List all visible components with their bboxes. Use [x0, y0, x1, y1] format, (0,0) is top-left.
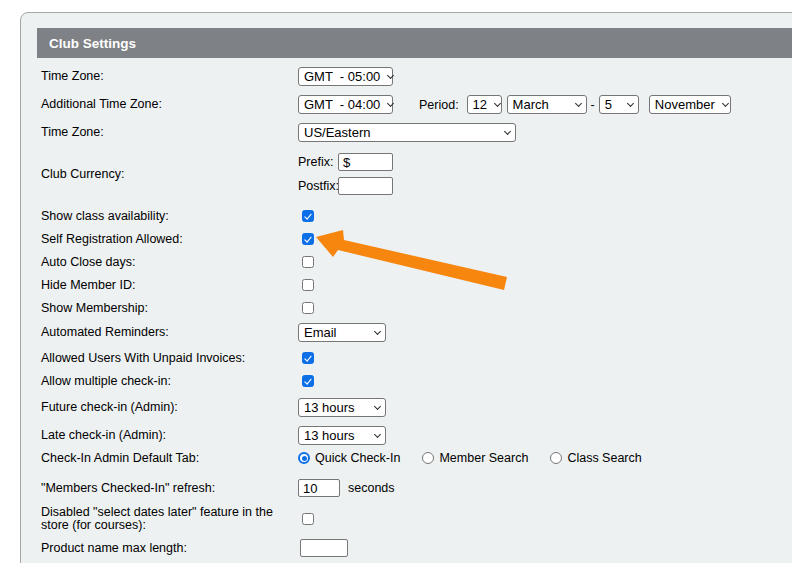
allowed-users-unpaid-checkbox[interactable]: [302, 352, 314, 364]
show-class-availability-label: Show class availability:: [41, 210, 298, 223]
row-time-zone: Time Zone: GMT - 05:00: [41, 67, 393, 86]
self-registration-allowed-label: Self Registration Allowed:: [41, 233, 298, 246]
chevron-down-icon: [374, 402, 381, 409]
row-late-check-in: Late check-in (Admin): 13 hours: [41, 426, 386, 445]
late-check-in-label: Late check-in (Admin):: [41, 429, 298, 442]
time-zone-name-label: Time Zone:: [41, 126, 298, 139]
refresh-seconds-suffix: seconds: [348, 481, 395, 495]
chevron-down-icon: [387, 99, 394, 106]
allow-multiple-check-in-label: Allow multiple check-in:: [41, 375, 298, 388]
radio-icon[interactable]: [422, 452, 434, 464]
chevron-down-icon: [722, 99, 729, 106]
additional-time-zone-label: Additional Time Zone:: [41, 98, 298, 111]
row-allow-multiple-check-in: Allow multiple check-in:: [41, 373, 314, 389]
period-start-month-select[interactable]: March: [507, 95, 587, 114]
period-end-month-select[interactable]: November: [649, 95, 731, 114]
radio-icon[interactable]: [298, 452, 310, 464]
row-show-membership: Show Membership:: [41, 300, 314, 316]
hide-member-id-label: Hide Member ID:: [41, 279, 298, 292]
period-separator: -: [591, 98, 595, 112]
check-icon: [304, 353, 311, 361]
radio-option-class-search[interactable]: Class Search: [550, 451, 641, 465]
auto-close-days-label: Auto Close days:: [41, 256, 298, 269]
club-currency-label: Club Currency:: [41, 168, 298, 181]
period-label: Period:: [419, 98, 459, 112]
auto-close-days-checkbox[interactable]: [302, 256, 314, 268]
chevron-down-icon: [575, 99, 582, 106]
additional-time-zone-select[interactable]: GMT - 04:00: [298, 95, 393, 114]
currency-prefix-input[interactable]: [338, 153, 393, 171]
row-future-check-in: Future check-in (Admin): 13 hours: [41, 398, 386, 417]
self-registration-allowed-checkbox[interactable]: [302, 233, 314, 245]
chevron-down-icon: [387, 71, 394, 78]
row-check-in-admin-default-tab: Check-In Admin Default Tab: Quick Check-…: [41, 450, 664, 466]
allowed-users-unpaid-label: Allowed Users With Unpaid Invoices:: [41, 352, 298, 365]
future-check-in-select[interactable]: 13 hours: [298, 398, 386, 417]
automated-reminders-label: Automated Reminders:: [41, 326, 298, 339]
row-time-zone-name: Time Zone: US/Eastern: [41, 123, 516, 142]
radio-option-member-search[interactable]: Member Search: [422, 451, 528, 465]
radio-option-quick-check-in[interactable]: Quick Check-In: [298, 451, 400, 465]
chevron-down-icon: [494, 99, 501, 106]
period-start-day-select[interactable]: 12: [467, 95, 502, 114]
row-club-currency: Club Currency: Prefix: Postfix:: [41, 153, 393, 195]
row-self-registration-allowed: Self Registration Allowed:: [41, 231, 314, 247]
show-class-availability-checkbox[interactable]: [302, 210, 314, 222]
members-checked-in-refresh-label: "Members Checked-In" refresh:: [41, 482, 298, 495]
product-name-max-length-input[interactable]: [300, 539, 348, 557]
product-name-max-length-label: Product name max length:: [41, 542, 298, 555]
radio-icon[interactable]: [550, 452, 562, 464]
show-membership-label: Show Membership:: [41, 302, 298, 315]
future-check-in-label: Future check-in (Admin):: [41, 401, 298, 414]
prefix-label: Prefix:: [298, 155, 338, 169]
postfix-label: Postfix:: [298, 179, 338, 193]
row-hide-member-id: Hide Member ID:: [41, 277, 314, 293]
time-zone-select[interactable]: GMT - 05:00: [298, 67, 393, 86]
late-check-in-select[interactable]: 13 hours: [298, 426, 386, 445]
chevron-down-icon: [627, 99, 634, 106]
row-additional-time-zone: Additional Time Zone: GMT - 04:00 Period…: [41, 95, 731, 114]
row-product-name-max-length: Product name max length:: [41, 538, 348, 558]
period-end-day-select[interactable]: 5: [599, 95, 639, 114]
allow-multiple-check-in-checkbox[interactable]: [302, 375, 314, 387]
club-settings-panel: Club Settings Time Zone: GMT - 05:00 Add…: [20, 12, 792, 563]
row-auto-close-days: Auto Close days:: [41, 254, 314, 270]
panel-title: Club Settings: [37, 36, 136, 51]
disabled-select-dates-later-label: Disabled "select dates later" feature in…: [41, 506, 298, 532]
row-disabled-select-dates-later: Disabled "select dates later" feature in…: [41, 501, 314, 537]
disabled-select-dates-later-checkbox[interactable]: [302, 513, 314, 525]
chevron-down-icon: [504, 127, 511, 134]
show-membership-checkbox[interactable]: [302, 302, 314, 314]
row-allowed-users-unpaid: Allowed Users With Unpaid Invoices:: [41, 350, 314, 366]
panel-header: Club Settings: [37, 28, 792, 58]
page: Club Settings Time Zone: GMT - 05:00 Add…: [0, 0, 792, 563]
automated-reminders-select[interactable]: Email: [298, 323, 386, 342]
row-automated-reminders: Automated Reminders: Email: [41, 323, 386, 342]
check-in-admin-default-tab-label: Check-In Admin Default Tab:: [41, 452, 298, 465]
row-members-checked-in-refresh: "Members Checked-In" refresh: seconds: [41, 478, 395, 498]
time-zone-label: Time Zone:: [41, 70, 298, 83]
row-show-class-availability: Show class availability:: [41, 208, 314, 224]
check-icon: [304, 376, 311, 384]
check-icon: [304, 211, 311, 219]
currency-postfix-input[interactable]: [338, 177, 393, 195]
check-icon: [304, 234, 311, 242]
chevron-down-icon: [374, 327, 381, 334]
hide-member-id-checkbox[interactable]: [302, 279, 314, 291]
chevron-down-icon: [374, 430, 381, 437]
time-zone-name-select[interactable]: US/Eastern: [298, 123, 516, 142]
refresh-seconds-input[interactable]: [298, 479, 340, 497]
